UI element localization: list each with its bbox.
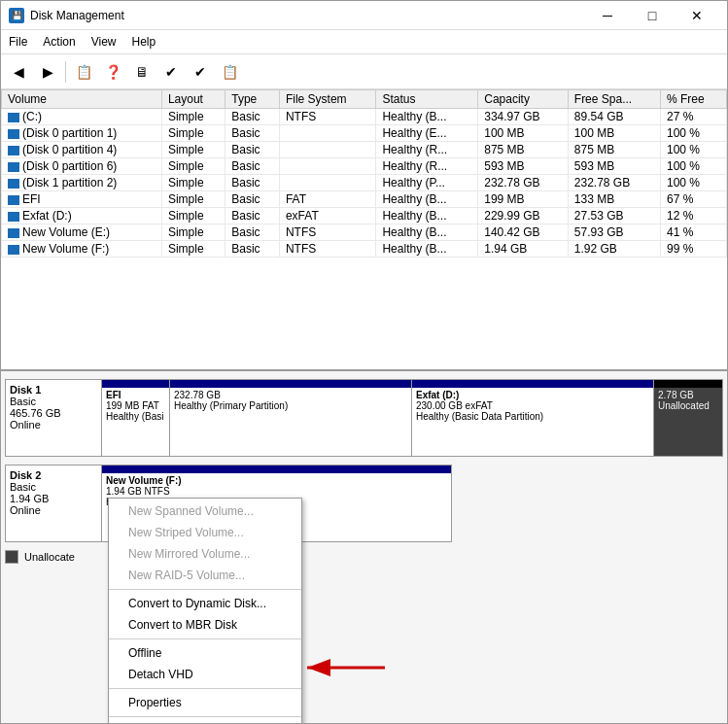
- disk1-type: Basic: [10, 396, 97, 407]
- disk2-type: Basic: [10, 481, 97, 493]
- col-capacity[interactable]: Capacity: [478, 90, 569, 109]
- toolbar-btn-3[interactable]: 📋: [70, 58, 97, 86]
- disk1-part-efi[interactable]: EFI 199 MB FAT Healthy (Basi: [102, 380, 170, 456]
- cell-fs: [279, 175, 376, 191]
- cell-volume: Exfat (D:): [2, 208, 162, 224]
- close-button[interactable]: ✕: [675, 1, 719, 30]
- table-row[interactable]: (Disk 0 partition 1) Simple Basic Health…: [2, 125, 727, 142]
- cell-type: Basic: [225, 125, 280, 142]
- col-free[interactable]: Free Spa...: [568, 90, 660, 109]
- unalloc-swatch: [5, 550, 18, 564]
- cell-pct: 100 %: [660, 125, 726, 142]
- col-layout[interactable]: Layout: [161, 90, 225, 109]
- main-content: Volume Layout Type File System Status Ca…: [1, 89, 727, 723]
- forward-button[interactable]: ▶: [34, 58, 61, 86]
- ctx-new-striped[interactable]: New Striped Volume...: [109, 522, 301, 543]
- disk1-part-unalloc[interactable]: 2.78 GB Unallocated: [654, 380, 722, 456]
- disk1-status: Online: [10, 419, 97, 431]
- disk1-part-exfat[interactable]: Exfat (D:) 230.00 GB exFAT Healthy (Basi…: [412, 380, 654, 456]
- cell-type: Basic: [225, 158, 280, 175]
- cell-free: 1.92 GB: [568, 241, 660, 258]
- toolbar-btn-6[interactable]: ✔: [157, 58, 185, 86]
- cell-volume: (C:): [2, 109, 162, 125]
- cell-pct: 67 %: [660, 191, 726, 208]
- minimize-button[interactable]: ─: [585, 1, 630, 30]
- toolbar-btn-7[interactable]: ✔: [187, 58, 214, 86]
- cell-free: 27.53 GB: [568, 208, 660, 224]
- cell-layout: Simple: [161, 158, 225, 175]
- col-fs[interactable]: File System: [279, 90, 376, 109]
- col-status[interactable]: Status: [376, 90, 478, 109]
- menu-file[interactable]: File: [1, 32, 35, 52]
- ctx-properties[interactable]: Properties: [109, 692, 301, 713]
- cell-free: 593 MB: [568, 158, 660, 175]
- cell-type: Basic: [225, 175, 280, 191]
- menu-bar: File Action View Help: [1, 30, 727, 54]
- context-menu: New Spanned Volume... New Striped Volume…: [108, 498, 302, 723]
- title-bar-left: 💾 Disk Management: [9, 8, 124, 23]
- ctx-new-mirrored[interactable]: New Mirrored Volume...: [109, 543, 301, 565]
- cell-type: Basic: [225, 208, 280, 224]
- back-button[interactable]: ◀: [5, 58, 32, 86]
- window-controls: ─ □ ✕: [585, 1, 719, 30]
- disk2-size: 1.94 GB: [10, 493, 97, 504]
- disk1-label: Disk 1 Basic 465.76 GB Online: [5, 379, 102, 457]
- volume-table-area: Volume Layout Type File System Status Ca…: [1, 89, 727, 371]
- ctx-offline[interactable]: Offline: [109, 642, 301, 664]
- cell-fs: exFAT: [279, 208, 376, 224]
- col-volume[interactable]: Volume: [2, 90, 162, 109]
- ctx-new-raid5[interactable]: New RAID-5 Volume...: [109, 565, 301, 586]
- table-row[interactable]: (Disk 0 partition 4) Simple Basic Health…: [2, 142, 727, 158]
- table-row[interactable]: EFI Simple Basic FAT Healthy (B... 199 M…: [2, 191, 727, 208]
- cell-volume: EFI: [2, 191, 162, 208]
- table-row[interactable]: New Volume (F:) Simple Basic NTFS Health…: [2, 241, 727, 258]
- table-row[interactable]: (Disk 1 partition 2) Simple Basic Health…: [2, 175, 727, 191]
- disk1-part-primary[interactable]: 232.78 GB Healthy (Primary Partition): [170, 380, 412, 456]
- ctx-sep-3: [109, 688, 301, 689]
- ctx-new-spanned[interactable]: New Spanned Volume...: [109, 500, 301, 522]
- table-row[interactable]: (C:) Simple Basic NTFS Healthy (B... 334…: [2, 109, 727, 125]
- disk2-title: Disk 2: [10, 469, 97, 481]
- ctx-sep-2: [109, 638, 301, 639]
- table-row[interactable]: (Disk 0 partition 6) Simple Basic Health…: [2, 158, 727, 175]
- disk-graphical-area: Disk 1 Basic 465.76 GB Online EFI 199 MB…: [1, 371, 727, 723]
- cell-capacity: 1.94 GB: [478, 241, 569, 258]
- main-window: 💾 Disk Management ─ □ ✕ File Action View…: [0, 0, 728, 724]
- col-type[interactable]: Type: [225, 90, 280, 109]
- menu-help[interactable]: Help: [124, 32, 164, 52]
- cell-pct: 99 %: [660, 241, 726, 258]
- cell-layout: Simple: [161, 142, 225, 158]
- cell-layout: Simple: [161, 241, 225, 258]
- cell-fs: [279, 158, 376, 175]
- col-pct[interactable]: % Free: [660, 90, 726, 109]
- cell-volume: New Volume (F:): [2, 241, 162, 258]
- ctx-detach-vhd[interactable]: Detach VHD: [109, 664, 301, 685]
- toolbar-btn-5[interactable]: 🖥: [128, 58, 156, 86]
- menu-view[interactable]: View: [84, 32, 124, 52]
- table-row[interactable]: Exfat (D:) Simple Basic exFAT Healthy (B…: [2, 208, 727, 224]
- app-icon: 💾: [9, 8, 24, 23]
- cell-volume: (Disk 1 partition 2): [2, 175, 162, 191]
- cell-capacity: 232.78 GB: [478, 175, 569, 191]
- menu-action[interactable]: Action: [35, 32, 83, 52]
- cell-status: Healthy (B...: [376, 208, 478, 224]
- cell-volume: (Disk 0 partition 6): [2, 158, 162, 175]
- cell-type: Basic: [225, 109, 280, 125]
- cell-pct: 100 %: [660, 158, 726, 175]
- cell-fs: [279, 142, 376, 158]
- cell-free: 232.78 GB: [568, 175, 660, 191]
- cell-fs: NTFS: [279, 224, 376, 241]
- ctx-convert-dynamic[interactable]: Convert to Dynamic Disk...: [109, 593, 301, 614]
- ctx-convert-mbr[interactable]: Convert to MBR Disk: [109, 614, 301, 636]
- cell-capacity: 199 MB: [478, 191, 569, 208]
- table-row[interactable]: New Volume (E:) Simple Basic NTFS Health…: [2, 224, 727, 241]
- cell-status: Healthy (P...: [376, 175, 478, 191]
- ctx-help[interactable]: Help: [109, 720, 301, 723]
- toolbar-btn-8[interactable]: 📋: [216, 58, 243, 86]
- toolbar-btn-4[interactable]: ❓: [99, 58, 126, 86]
- cell-layout: Simple: [161, 191, 225, 208]
- maximize-button[interactable]: □: [630, 1, 675, 30]
- cell-capacity: 100 MB: [478, 125, 569, 142]
- cell-free: 100 MB: [568, 125, 660, 142]
- cell-status: Healthy (B...: [376, 224, 478, 241]
